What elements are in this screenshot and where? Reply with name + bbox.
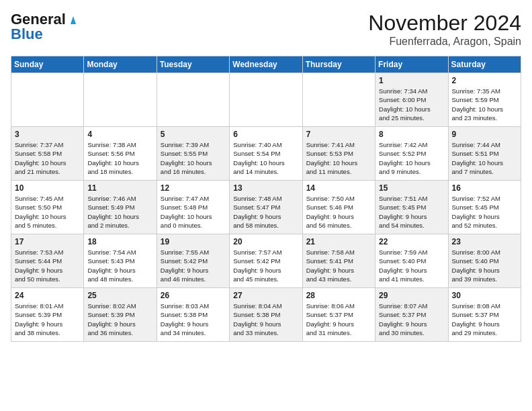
calendar-cell: 14Sunrise: 7:50 AM Sunset: 5:46 PM Dayli…	[302, 181, 375, 234]
day-number: 14	[306, 183, 371, 193]
day-info: Sunrise: 8:01 AM Sunset: 5:39 PM Dayligh…	[15, 302, 80, 337]
calendar-cell: 13Sunrise: 7:48 AM Sunset: 5:47 PM Dayli…	[230, 181, 302, 234]
day-number: 12	[161, 183, 226, 193]
calendar-cell: 3Sunrise: 7:37 AM Sunset: 5:58 PM Daylig…	[11, 127, 84, 181]
calendar-cell: 19Sunrise: 7:55 AM Sunset: 5:42 PM Dayli…	[157, 234, 229, 288]
day-header-thursday: Thursday	[302, 56, 375, 73]
calendar-cell: 18Sunrise: 7:54 AM Sunset: 5:43 PM Dayli…	[84, 234, 157, 288]
calendar-cell: 7Sunrise: 7:41 AM Sunset: 5:53 PM Daylig…	[302, 127, 375, 181]
day-number: 3	[15, 130, 80, 139]
calendar-week-row: 17Sunrise: 7:53 AM Sunset: 5:44 PM Dayli…	[11, 234, 521, 288]
calendar-cell: 16Sunrise: 7:52 AM Sunset: 5:45 PM Dayli…	[448, 181, 521, 234]
day-header-wednesday: Wednesday	[230, 56, 302, 73]
day-info: Sunrise: 8:03 AM Sunset: 5:38 PM Dayligh…	[161, 302, 226, 337]
calendar-week-row: 24Sunrise: 8:01 AM Sunset: 5:39 PM Dayli…	[11, 288, 521, 342]
calendar-cell	[11, 73, 84, 127]
day-info: Sunrise: 7:38 AM Sunset: 5:56 PM Dayligh…	[87, 140, 152, 176]
day-info: Sunrise: 7:41 AM Sunset: 5:53 PM Dayligh…	[306, 140, 371, 176]
day-number: 5	[161, 130, 226, 139]
day-info: Sunrise: 8:02 AM Sunset: 5:39 PM Dayligh…	[87, 302, 152, 337]
calendar-cell: 24Sunrise: 8:01 AM Sunset: 5:39 PM Dayli…	[11, 288, 84, 342]
calendar-cell: 25Sunrise: 8:02 AM Sunset: 5:39 PM Dayli…	[84, 288, 157, 342]
day-number: 1	[379, 76, 444, 85]
day-number: 2	[452, 76, 517, 85]
day-info: Sunrise: 8:07 AM Sunset: 5:37 PM Dayligh…	[379, 302, 444, 337]
day-number: 17	[15, 237, 80, 246]
day-number: 23	[452, 237, 517, 246]
calendar-cell: 30Sunrise: 8:08 AM Sunset: 5:37 PM Dayli…	[448, 288, 521, 342]
calendar-cell: 17Sunrise: 7:53 AM Sunset: 5:44 PM Dayli…	[11, 234, 84, 288]
day-number: 26	[161, 291, 226, 300]
day-number: 6	[233, 130, 298, 139]
calendar-cell: 11Sunrise: 7:46 AM Sunset: 5:49 PM Dayli…	[84, 181, 157, 234]
day-header-monday: Monday	[84, 56, 157, 73]
calendar-cell: 27Sunrise: 8:04 AM Sunset: 5:38 PM Dayli…	[230, 288, 302, 342]
day-number: 16	[452, 183, 517, 193]
day-number: 18	[87, 237, 152, 246]
day-info: Sunrise: 7:37 AM Sunset: 5:58 PM Dayligh…	[15, 140, 80, 176]
calendar-cell	[302, 73, 375, 127]
day-header-tuesday: Tuesday	[157, 56, 229, 73]
calendar-header-row: SundayMondayTuesdayWednesdayThursdayFrid…	[11, 56, 521, 73]
day-header-friday: Friday	[375, 56, 448, 73]
day-info: Sunrise: 8:06 AM Sunset: 5:37 PM Dayligh…	[306, 302, 371, 337]
day-info: Sunrise: 7:52 AM Sunset: 5:45 PM Dayligh…	[452, 194, 517, 230]
day-info: Sunrise: 7:34 AM Sunset: 6:00 PM Dayligh…	[379, 87, 444, 122]
day-info: Sunrise: 7:51 AM Sunset: 5:45 PM Dayligh…	[379, 194, 444, 230]
day-number: 29	[379, 291, 444, 300]
calendar-cell: 22Sunrise: 7:59 AM Sunset: 5:40 PM Dayli…	[375, 234, 448, 288]
day-number: 4	[87, 130, 152, 139]
day-number: 25	[87, 291, 152, 300]
svg-marker-0	[71, 16, 76, 24]
calendar-cell: 28Sunrise: 8:06 AM Sunset: 5:37 PM Dayli…	[302, 288, 375, 342]
day-info: Sunrise: 7:48 AM Sunset: 5:47 PM Dayligh…	[233, 194, 298, 230]
day-header-sunday: Sunday	[11, 56, 84, 73]
month-title: November 2024	[368, 11, 521, 36]
calendar-cell: 5Sunrise: 7:39 AM Sunset: 5:55 PM Daylig…	[157, 127, 229, 181]
day-number: 20	[233, 237, 298, 246]
calendar-cell: 21Sunrise: 7:58 AM Sunset: 5:41 PM Dayli…	[302, 234, 375, 288]
calendar-cell: 26Sunrise: 8:03 AM Sunset: 5:38 PM Dayli…	[157, 288, 229, 342]
day-info: Sunrise: 7:55 AM Sunset: 5:42 PM Dayligh…	[161, 248, 226, 283]
day-number: 22	[379, 237, 444, 246]
day-info: Sunrise: 7:50 AM Sunset: 5:46 PM Dayligh…	[306, 194, 371, 230]
day-info: Sunrise: 7:42 AM Sunset: 5:52 PM Dayligh…	[379, 140, 444, 176]
day-info: Sunrise: 7:46 AM Sunset: 5:49 PM Dayligh…	[87, 194, 152, 230]
day-info: Sunrise: 7:58 AM Sunset: 5:41 PM Dayligh…	[306, 248, 371, 283]
day-info: Sunrise: 7:40 AM Sunset: 5:54 PM Dayligh…	[233, 140, 298, 176]
day-number: 7	[306, 130, 371, 139]
calendar-cell: 15Sunrise: 7:51 AM Sunset: 5:45 PM Dayli…	[375, 181, 448, 234]
calendar-cell: 9Sunrise: 7:44 AM Sunset: 5:51 PM Daylig…	[448, 127, 521, 181]
calendar-cell: 2Sunrise: 7:35 AM Sunset: 5:59 PM Daylig…	[448, 73, 521, 127]
location-subtitle: Fuenferrada, Aragon, Spain	[368, 36, 521, 48]
day-number: 28	[306, 291, 371, 300]
day-info: Sunrise: 8:00 AM Sunset: 5:40 PM Dayligh…	[452, 248, 517, 283]
calendar-cell: 4Sunrise: 7:38 AM Sunset: 5:56 PM Daylig…	[84, 127, 157, 181]
day-info: Sunrise: 7:54 AM Sunset: 5:43 PM Dayligh…	[87, 248, 152, 283]
calendar-cell: 12Sunrise: 7:47 AM Sunset: 5:48 PM Dayli…	[157, 181, 229, 234]
logo: General Blue	[11, 11, 81, 43]
day-info: Sunrise: 7:44 AM Sunset: 5:51 PM Dayligh…	[452, 140, 517, 176]
calendar-cell: 8Sunrise: 7:42 AM Sunset: 5:52 PM Daylig…	[375, 127, 448, 181]
title-area: November 2024 Fuenferrada, Aragon, Spain	[368, 11, 521, 48]
calendar-cell: 10Sunrise: 7:45 AM Sunset: 5:50 PM Dayli…	[11, 181, 84, 234]
calendar-cell	[84, 73, 157, 127]
day-number: 13	[233, 183, 298, 193]
day-info: Sunrise: 7:57 AM Sunset: 5:42 PM Dayligh…	[233, 248, 298, 283]
calendar-week-row: 10Sunrise: 7:45 AM Sunset: 5:50 PM Dayli…	[11, 181, 521, 234]
day-info: Sunrise: 7:35 AM Sunset: 5:59 PM Dayligh…	[452, 87, 517, 122]
day-info: Sunrise: 8:04 AM Sunset: 5:38 PM Dayligh…	[233, 302, 298, 337]
day-number: 24	[15, 291, 80, 300]
calendar-cell: 6Sunrise: 7:40 AM Sunset: 5:54 PM Daylig…	[230, 127, 302, 181]
logo-triangle-icon	[67, 13, 79, 26]
day-number: 30	[452, 291, 517, 300]
calendar-week-row: 3Sunrise: 7:37 AM Sunset: 5:58 PM Daylig…	[11, 127, 521, 181]
calendar-cell: 29Sunrise: 8:07 AM Sunset: 5:37 PM Dayli…	[375, 288, 448, 342]
day-info: Sunrise: 7:47 AM Sunset: 5:48 PM Dayligh…	[161, 194, 226, 230]
page-header: General Blue November 2024 Fuenferrada, …	[11, 11, 521, 48]
calendar-cell: 23Sunrise: 8:00 AM Sunset: 5:40 PM Dayli…	[448, 234, 521, 288]
day-number: 9	[452, 130, 517, 139]
day-number: 10	[15, 183, 80, 193]
day-number: 8	[379, 130, 444, 139]
calendar-cell: 1Sunrise: 7:34 AM Sunset: 6:00 PM Daylig…	[375, 73, 448, 127]
